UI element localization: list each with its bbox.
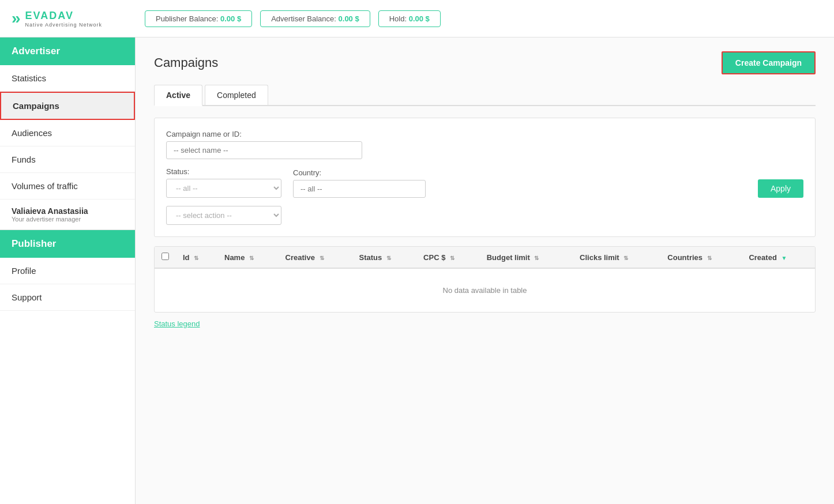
hold-value: 0.00 $ bbox=[409, 14, 430, 23]
filter-group-country: Country: bbox=[293, 168, 426, 198]
th-budget-limit-label: Budget limit bbox=[487, 253, 530, 262]
no-data-cell: No data available in table bbox=[155, 268, 815, 312]
create-campaign-button[interactable]: Create Campaign bbox=[722, 51, 816, 74]
balance-boxes: Publisher Balance: 0.00 $ Advertiser Bal… bbox=[145, 10, 822, 27]
sidebar-item-volumes-of-traffic[interactable]: Volumes of traffic bbox=[0, 173, 135, 200]
campaign-tabs: Active Completed bbox=[154, 85, 816, 106]
th-checkbox bbox=[155, 247, 176, 268]
country-input[interactable] bbox=[293, 180, 426, 198]
th-name[interactable]: Name ⇅ bbox=[217, 247, 279, 268]
logo-area: » EVADAV Native Advertising Network bbox=[12, 9, 136, 28]
tab-active[interactable]: Active bbox=[154, 85, 202, 106]
logo-title: EVADAV bbox=[25, 10, 103, 22]
th-clicks-limit-sort-icon: ⇅ bbox=[623, 255, 628, 261]
th-creative[interactable]: Creative ⇅ bbox=[279, 247, 352, 268]
status-select[interactable]: -- all -- bbox=[166, 179, 281, 198]
content-area: Campaigns Create Campaign Active Complet… bbox=[136, 37, 834, 504]
page-title: Campaigns bbox=[154, 55, 218, 70]
th-created[interactable]: Created ▼ bbox=[742, 247, 815, 268]
advertiser-balance-label: Advertiser Balance: bbox=[271, 14, 336, 23]
th-cpc-label: CPC $ bbox=[423, 253, 445, 262]
publisher-balance-value: 0.00 $ bbox=[220, 14, 241, 23]
th-cpc-sort-icon: ⇅ bbox=[450, 255, 454, 261]
action-select[interactable]: -- select action -- bbox=[166, 206, 281, 225]
th-budget-limit[interactable]: Budget limit ⇅ bbox=[480, 247, 573, 268]
sidebar-advertiser-header[interactable]: Advertiser bbox=[0, 37, 135, 65]
tab-completed[interactable]: Completed bbox=[205, 85, 268, 105]
advertiser-balance-value: 0.00 $ bbox=[339, 14, 359, 23]
th-name-label: Name bbox=[224, 253, 245, 262]
th-id[interactable]: Id ⇅ bbox=[176, 247, 217, 268]
th-status[interactable]: Status ⇅ bbox=[352, 247, 416, 268]
th-created-label: Created bbox=[749, 253, 776, 262]
filter-section: Campaign name or ID: Status: -- all -- C… bbox=[154, 118, 816, 237]
status-legend-link[interactable]: Status legend bbox=[154, 319, 200, 328]
th-name-sort-icon: ⇅ bbox=[249, 255, 254, 261]
apply-button[interactable]: Apply bbox=[758, 179, 803, 198]
filter-row-action: -- select action -- bbox=[166, 206, 803, 225]
content-header: Campaigns Create Campaign bbox=[154, 51, 816, 74]
th-id-sort-icon: ⇅ bbox=[194, 255, 198, 261]
th-creative-sort-icon: ⇅ bbox=[320, 255, 324, 261]
th-status-sort-icon: ⇅ bbox=[386, 255, 391, 261]
status-label: Status: bbox=[166, 167, 281, 176]
logo-subtitle: Native Advertising Network bbox=[25, 22, 103, 28]
sidebar-item-audiences[interactable]: Audiences bbox=[0, 120, 135, 146]
th-clicks-limit[interactable]: Clicks limit ⇅ bbox=[573, 247, 660, 268]
filter-group-status: Status: -- all -- bbox=[166, 167, 281, 198]
filter-group-name: Campaign name or ID: bbox=[166, 130, 362, 159]
logo-chevrons-icon: » bbox=[12, 9, 21, 28]
th-id-label: Id bbox=[183, 253, 190, 262]
campaign-name-label: Campaign name or ID: bbox=[166, 130, 362, 138]
manager-name: Valiaieva Anastasiia bbox=[12, 206, 123, 216]
advertiser-balance-box: Advertiser Balance: 0.00 $ bbox=[260, 10, 370, 27]
publisher-balance-label: Publisher Balance: bbox=[156, 14, 218, 23]
filter-row-status-country: Status: -- all -- Country: Apply bbox=[166, 167, 803, 198]
app-wrapper: » EVADAV Native Advertising Network Publ… bbox=[0, 0, 834, 504]
th-countries-sort-icon: ⇅ bbox=[707, 255, 712, 261]
country-label: Country: bbox=[293, 168, 426, 177]
sidebar: Advertiser Statistics Campaigns Audience… bbox=[0, 37, 136, 504]
manager-role: Your advertiser manager bbox=[12, 216, 123, 223]
campaigns-table-wrapper: Id ⇅ Name ⇅ Creative ⇅ bbox=[154, 246, 816, 313]
sidebar-item-profile[interactable]: Profile bbox=[0, 258, 135, 284]
top-bar: » EVADAV Native Advertising Network Publ… bbox=[0, 0, 834, 37]
th-status-label: Status bbox=[359, 253, 382, 262]
table-header-row: Id ⇅ Name ⇅ Creative ⇅ bbox=[155, 247, 815, 268]
sidebar-manager: Valiaieva Anastasiia Your advertiser man… bbox=[0, 200, 135, 230]
sidebar-item-funds[interactable]: Funds bbox=[0, 146, 135, 173]
filter-row-name: Campaign name or ID: bbox=[166, 130, 803, 159]
logo-text: EVADAV Native Advertising Network bbox=[25, 10, 103, 28]
th-countries-label: Countries bbox=[667, 253, 702, 262]
publisher-balance-box: Publisher Balance: 0.00 $ bbox=[145, 10, 252, 27]
table-no-data-row: No data available in table bbox=[155, 268, 815, 312]
th-countries[interactable]: Countries ⇅ bbox=[660, 247, 742, 268]
sidebar-item-statistics[interactable]: Statistics bbox=[0, 65, 135, 92]
hold-label: Hold: bbox=[389, 14, 407, 23]
main-layout: Advertiser Statistics Campaigns Audience… bbox=[0, 37, 834, 504]
th-created-sort-icon: ▼ bbox=[781, 255, 787, 261]
th-clicks-limit-label: Clicks limit bbox=[580, 253, 619, 262]
th-budget-limit-sort-icon: ⇅ bbox=[534, 255, 539, 261]
campaigns-table: Id ⇅ Name ⇅ Creative ⇅ bbox=[155, 247, 815, 312]
th-cpc[interactable]: CPC $ ⇅ bbox=[416, 247, 480, 268]
sidebar-item-support[interactable]: Support bbox=[0, 284, 135, 311]
hold-balance-box: Hold: 0.00 $ bbox=[378, 10, 441, 27]
sidebar-publisher-header[interactable]: Publisher bbox=[0, 230, 135, 258]
campaign-name-input[interactable] bbox=[166, 141, 362, 159]
th-creative-label: Creative bbox=[285, 253, 315, 262]
sidebar-item-campaigns[interactable]: Campaigns bbox=[0, 92, 135, 120]
select-all-checkbox[interactable] bbox=[161, 253, 169, 260]
